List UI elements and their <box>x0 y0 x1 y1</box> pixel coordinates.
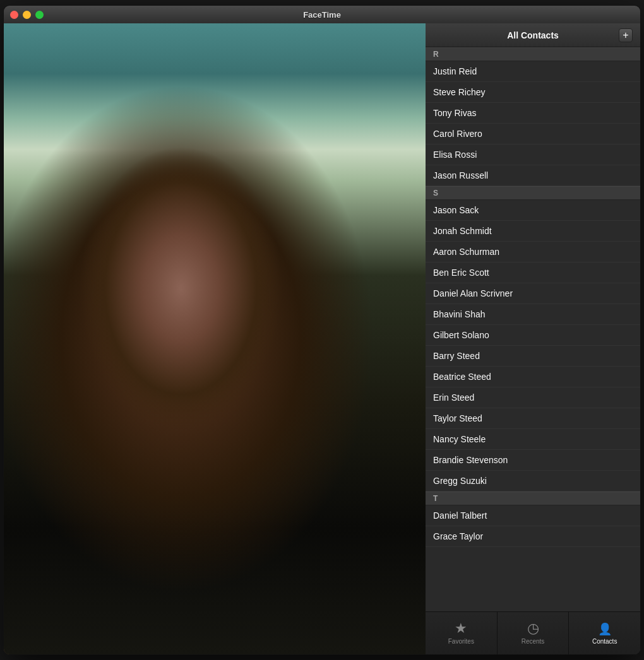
title-bar: FaceTime <box>4 6 640 23</box>
section-header-s: S <box>426 186 640 200</box>
app-window: FaceTime All Contacts + RJustin ReidStev… <box>3 5 641 655</box>
contact-item[interactable]: Brandie Stevenson <box>426 450 640 471</box>
contact-item[interactable]: Steve Richey <box>426 82 640 103</box>
contact-item[interactable]: Justin Reid <box>426 61 640 82</box>
clock-icon <box>527 622 539 635</box>
contact-item[interactable]: Carol Rivero <box>426 124 640 144</box>
bottom-toolbar: Favorites Recents Contacts <box>426 611 640 654</box>
sidebar: All Contacts + RJustin ReidSteve RicheyT… <box>426 23 640 654</box>
contact-item[interactable]: Barry Steed <box>426 346 640 367</box>
contact-item[interactable]: Erin Steed <box>426 387 640 408</box>
minimize-button[interactable] <box>23 11 31 19</box>
favorites-tab[interactable]: Favorites <box>426 612 498 654</box>
contact-item[interactable]: Beatrice Steed <box>426 367 640 387</box>
contact-item[interactable]: Aaron Schurman <box>426 242 640 262</box>
contact-item[interactable]: Grace Taylor <box>426 526 640 547</box>
contact-item[interactable]: Elisa Rossi <box>426 144 640 165</box>
maximize-button[interactable] <box>35 11 44 19</box>
contacts-tab[interactable]: Contacts <box>569 612 640 654</box>
add-contact-button[interactable]: + <box>619 28 633 42</box>
favorites-label: Favorites <box>448 638 474 645</box>
sidebar-title: All Contacts <box>447 30 619 40</box>
contact-item[interactable]: Jason Sack <box>426 200 640 221</box>
contact-item[interactable]: Ben Eric Scott <box>426 262 640 283</box>
contact-item[interactable]: Daniel Alan Scrivner <box>426 283 640 304</box>
contact-item[interactable]: Tony Rivas <box>426 103 640 124</box>
contact-item[interactable]: Bhavini Shah <box>426 304 640 325</box>
section-header-t: T <box>426 492 640 505</box>
recents-label: Recents <box>522 638 545 645</box>
contact-item[interactable]: Taylor Steed <box>426 408 640 429</box>
star-icon <box>455 622 467 635</box>
window-title: FaceTime <box>303 10 341 20</box>
window-controls <box>10 11 44 19</box>
video-area <box>4 23 426 654</box>
person-icon <box>598 622 612 635</box>
section-header-r: R <box>426 47 640 61</box>
contact-item[interactable]: Nancy Steele <box>426 429 640 450</box>
video-overlay <box>4 23 426 654</box>
contact-item[interactable]: Gilbert Solano <box>426 325 640 346</box>
contacts-label: Contacts <box>592 638 617 645</box>
contact-item[interactable]: Jonah Schmidt <box>426 221 640 242</box>
contact-item[interactable]: Jason Russell <box>426 165 640 186</box>
contact-item[interactable]: Daniel Talbert <box>426 505 640 526</box>
contact-item[interactable]: Gregg Suzuki <box>426 471 640 492</box>
sidebar-header: All Contacts + <box>426 23 640 47</box>
close-button[interactable] <box>10 11 18 19</box>
recents-tab[interactable]: Recents <box>498 612 569 654</box>
main-content: All Contacts + RJustin ReidSteve RicheyT… <box>4 23 640 654</box>
contacts-list[interactable]: RJustin ReidSteve RicheyTony RivasCarol … <box>426 47 640 611</box>
video-feed <box>4 23 426 654</box>
